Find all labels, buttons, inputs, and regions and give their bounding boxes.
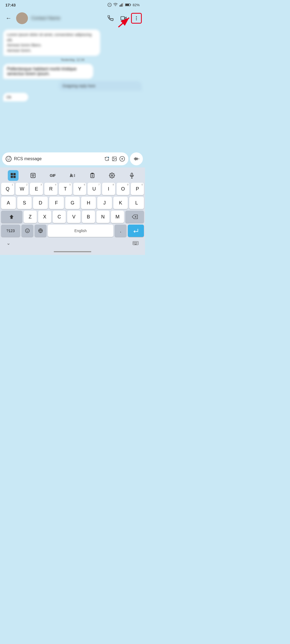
kb-tool-gif[interactable]: GIF: [47, 170, 58, 181]
text-format-icon: A: [70, 173, 75, 178]
key-v[interactable]: V: [67, 211, 80, 223]
message-timestamp: Yesterday, 12:34: [3, 58, 142, 62]
globe-key[interactable]: [35, 225, 46, 237]
message-text-2: Pellentesque habitant morbi tristique se…: [7, 67, 89, 76]
avatar[interactable]: [16, 12, 28, 24]
svg-rect-68: [137, 243, 137, 244]
clipboard-icon: [89, 173, 95, 178]
svg-point-22: [113, 158, 114, 159]
phone-button[interactable]: [105, 13, 116, 24]
wifi-icon: [113, 3, 118, 7]
key-l[interactable]: L: [129, 197, 144, 209]
svg-rect-63: [136, 242, 136, 243]
emoji-key[interactable]: [21, 225, 33, 237]
key-u[interactable]: 7U: [88, 183, 101, 195]
delete-key[interactable]: [125, 211, 144, 223]
svg-rect-69: [135, 244, 137, 245]
back-button[interactable]: ←: [3, 13, 14, 24]
svg-rect-37: [13, 176, 16, 178]
keyboard-icon: [133, 241, 139, 245]
key-i[interactable]: 8I: [102, 183, 115, 195]
voice-button[interactable]: [130, 152, 143, 165]
key-y[interactable]: 6Y: [73, 183, 86, 195]
kb-tool-apps[interactable]: [8, 170, 19, 181]
rewrite-button[interactable]: +: [104, 156, 110, 162]
image-button[interactable]: [112, 156, 117, 162]
period-key[interactable]: .: [115, 225, 126, 237]
key-f[interactable]: F: [49, 197, 64, 209]
kb-tool-sticker[interactable]: [28, 170, 38, 181]
dnd-icon: [107, 3, 112, 7]
svg-rect-61: [133, 242, 134, 243]
key-c[interactable]: C: [53, 211, 66, 223]
key-z[interactable]: Z: [24, 211, 37, 223]
dismiss-keyboard-button[interactable]: ⌄: [6, 240, 10, 246]
svg-rect-3: [121, 4, 121, 7]
mic-icon: [129, 173, 135, 178]
status-icons: 82%: [107, 3, 140, 7]
svg-point-49: [111, 175, 113, 176]
message-input[interactable]: [14, 156, 102, 161]
shift-key[interactable]: [1, 211, 22, 223]
key-s[interactable]: S: [17, 197, 32, 209]
svg-rect-34: [11, 173, 13, 175]
battery-percent: 82%: [133, 3, 140, 7]
add-button[interactable]: [119, 156, 125, 162]
key-r[interactable]: 4R: [44, 183, 57, 195]
key-b[interactable]: B: [82, 211, 95, 223]
enter-key[interactable]: [128, 225, 144, 237]
signal-icon: [119, 3, 124, 7]
emoji-key-icon: [25, 228, 30, 233]
key-q[interactable]: 1Q: [1, 183, 14, 195]
svg-rect-50: [131, 173, 133, 176]
kb-tool-textformat[interactable]: A: [67, 170, 78, 181]
key-p[interactable]: 0P: [131, 183, 144, 195]
emoji-picker-button[interactable]: [5, 156, 12, 162]
phone-icon: [108, 15, 114, 21]
kb-tool-mic[interactable]: [126, 170, 137, 181]
symbols-key[interactable]: ?123: [1, 225, 20, 237]
message-bubble-outgoing: Outgoing reply here: [59, 81, 142, 91]
key-m[interactable]: M: [111, 211, 124, 223]
key-o[interactable]: 9O: [117, 183, 130, 195]
key-w[interactable]: 2W: [16, 183, 29, 195]
keyboard: GIF A: [0, 167, 145, 255]
kb-tool-clipboard[interactable]: [87, 170, 98, 181]
contact-name[interactable]: Contact Name: [30, 16, 103, 21]
space-key[interactable]: English: [48, 225, 114, 237]
svg-point-11: [136, 16, 137, 17]
status-bar: 17:43 82%: [0, 0, 145, 10]
message-text-small: Ok: [6, 95, 25, 99]
svg-rect-5: [123, 3, 124, 7]
key-g[interactable]: G: [65, 197, 80, 209]
home-indicator: [0, 248, 145, 255]
message-bubble-incoming-2: Pellentesque habitant morbi tristique se…: [3, 64, 93, 79]
annotation-arrow: [117, 15, 133, 28]
svg-line-15: [118, 18, 129, 27]
more-vertical-icon: [134, 16, 139, 21]
message-bubble-incoming-1: Lorem ipsum dolor sit amet, consectetur …: [3, 30, 100, 56]
key-n[interactable]: N: [96, 211, 110, 223]
key-a[interactable]: A: [1, 197, 16, 209]
key-x[interactable]: X: [38, 211, 51, 223]
settings-icon: [109, 173, 115, 178]
svg-rect-62: [135, 242, 135, 243]
kb-tool-settings[interactable]: [107, 170, 117, 181]
svg-rect-38: [31, 173, 35, 178]
key-k[interactable]: K: [113, 197, 128, 209]
key-d[interactable]: D: [33, 197, 48, 209]
svg-rect-36: [11, 176, 13, 178]
key-t[interactable]: 5T: [59, 183, 72, 195]
status-time: 17:43: [5, 3, 16, 7]
keyboard-row-3: Z X C V B N M: [0, 210, 145, 224]
keyboard-layout-icon[interactable]: [133, 241, 139, 245]
rewrite-icon: +: [104, 156, 110, 162]
svg-rect-66: [135, 243, 135, 244]
enter-icon: [133, 228, 139, 233]
apps-icon: [10, 173, 16, 178]
key-e[interactable]: 3E: [30, 183, 43, 195]
add-icon: [119, 156, 125, 162]
key-j[interactable]: J: [97, 197, 112, 209]
svg-point-16: [6, 156, 11, 162]
key-h[interactable]: H: [81, 197, 96, 209]
